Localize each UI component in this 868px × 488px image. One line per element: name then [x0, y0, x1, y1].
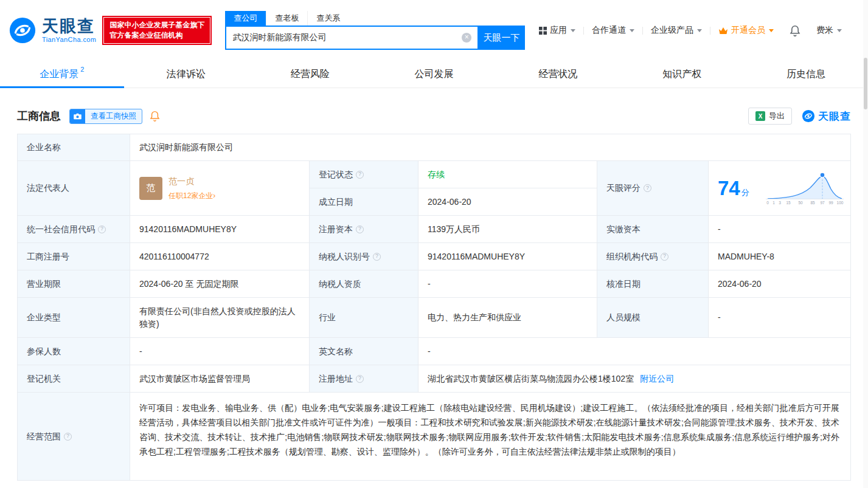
company-name-value: 武汉润时新能源有限公司 — [130, 134, 851, 161]
nav-enterprise-label: 企业级产品 — [651, 25, 693, 36]
reg-number-value: 420116110004772 — [130, 243, 310, 270]
english-name-value: - — [418, 338, 851, 365]
label-text: 纳税人资质 — [319, 278, 361, 290]
company-name-label: 企业名称 — [18, 134, 130, 161]
tab-label: 经营状况 — [538, 68, 577, 81]
label-text: 参保人数 — [27, 345, 61, 358]
tab-history-info[interactable]: 历史信息 — [744, 61, 868, 88]
help-icon[interactable]: ? — [373, 253, 381, 261]
export-button[interactable]: X 导出 — [748, 108, 792, 125]
help-icon[interactable]: ? — [356, 225, 364, 233]
tab-operating-risk[interactable]: 经营风险 — [248, 61, 372, 88]
notifications-bell[interactable] — [782, 25, 808, 36]
reg-address-label: 注册地址 ? — [310, 365, 418, 393]
logo-text: 天眼查 TianYanCha.com — [42, 18, 96, 43]
legal-rep-cell: 范 范一贞 任职12家企业› — [130, 161, 310, 216]
view-business-snapshot-button[interactable]: 查看工商快照 — [69, 109, 142, 124]
tab-intellectual-property[interactable]: 知识产权 — [620, 61, 744, 88]
label-text: 工商注册号 — [27, 250, 69, 263]
search-tab-boss[interactable]: 查老板 — [266, 11, 307, 26]
tab-label: 公司发展 — [415, 68, 454, 81]
nav-cooperation[interactable]: 合作通道 — [584, 25, 642, 36]
search-tab-bar: 查公司 查老板 查关系 — [225, 11, 525, 26]
legal-rep-name-link[interactable]: 范一贞 — [168, 175, 215, 188]
label-text: 组织机构代码 — [606, 250, 658, 263]
label-text: 行业 — [319, 311, 336, 324]
label-text: 注册地址 — [319, 373, 353, 385]
label-text: 登记状态 — [319, 168, 353, 181]
approval-date-label: 核准日期 — [597, 270, 709, 298]
chart-tick: 50 — [798, 201, 803, 205]
tab-count-badge: 2 — [80, 66, 84, 73]
crown-icon — [718, 27, 728, 35]
company-tab-bar: 企业背景 2 法律诉讼 经营风险 公司发展 经营状况 知识产权 历史信息 — [0, 61, 868, 88]
tianyancha-logo-icon — [802, 109, 815, 123]
tab-label: 法律诉讼 — [167, 68, 206, 81]
tab-legal-proceedings[interactable]: 法律诉讼 — [124, 61, 248, 88]
reg-capital-value: 1139万人民币 — [418, 216, 597, 243]
reg-capital-label: 注册资本 ? — [310, 216, 418, 243]
insured-count-label: 参保人数 — [18, 338, 130, 365]
help-icon[interactable]: ? — [64, 433, 72, 441]
business-info-table: 企业名称 武汉润时新能源有限公司 法定代表人 范 范一贞 任职12家企业› 登记… — [17, 134, 851, 481]
help-icon[interactable]: ? — [644, 184, 651, 192]
page-scrollbar[interactable] — [863, 0, 868, 488]
legal-rep-avatar[interactable]: 范 — [139, 177, 162, 200]
label-text: 英文名称 — [319, 345, 353, 358]
help-icon[interactable]: ? — [661, 253, 668, 261]
reg-status-value: 存续 — [418, 161, 597, 188]
scrollbar-thumb[interactable] — [864, 58, 867, 109]
business-term-label: 营业期限 — [18, 270, 130, 298]
tab-company-development[interactable]: 公司发展 — [372, 61, 496, 88]
search-input[interactable] — [225, 26, 477, 50]
tab-company-background[interactable]: 企业背景 2 — [0, 61, 124, 88]
label-text: 实缴资本 — [606, 223, 641, 236]
monitor-bell-button[interactable] — [150, 111, 160, 122]
org-code-label: 组织机构代码 ? — [597, 243, 709, 270]
chevron-down-icon — [769, 29, 774, 32]
reg-number-label: 工商注册号 — [18, 243, 130, 270]
help-icon[interactable]: ? — [98, 225, 106, 233]
nav-vip-label: 开通会员 — [731, 25, 765, 36]
search-tab-company[interactable]: 查公司 — [225, 11, 266, 26]
taxpayer-id-label: 纳税人识别号 ? — [310, 243, 418, 270]
score-distribution-chart: 0 1 3 15 50 85 97 99 100 — [764, 171, 845, 206]
label-text: 企业名称 — [27, 141, 61, 154]
taxpayer-id-value: 91420116MADMUHEY8Y — [418, 243, 597, 270]
tab-operating-status[interactable]: 经营状况 — [496, 61, 620, 88]
help-icon[interactable]: ? — [356, 171, 364, 179]
reg-address-value: 湖北省武汉市黄陂区横店街菜鸟物流园办公楼1楼102室 附近公司 — [418, 365, 851, 393]
gov-badge-line2: 官方备案企业征信机构 — [109, 30, 204, 41]
chart-tick: 1 — [773, 201, 775, 205]
top-nav: 应用 合作通道 企业级产品 开通会员 费米 — [531, 25, 850, 36]
label-text: 天眼评分 — [606, 182, 641, 194]
english-name-label: 英文名称 — [310, 338, 418, 365]
tab-label: 经营风险 — [291, 68, 330, 81]
nearby-companies-link[interactable]: 附近公司 — [640, 373, 674, 385]
camera-icon — [70, 109, 85, 123]
chart-tick: 99 — [828, 201, 833, 205]
watermark-brand-name: 天眼查 — [818, 109, 851, 123]
tianyancha-logo[interactable]: 天眼查 TianYanCha.com — [9, 16, 96, 44]
brand-domain: TianYanCha.com — [42, 36, 96, 43]
label-text: 人员规模 — [606, 311, 641, 324]
legal-rep-positions-link[interactable]: 任职12家企业› — [168, 190, 215, 201]
help-icon[interactable]: ? — [356, 375, 364, 383]
label-text: 统一社会信用代码 — [27, 223, 95, 236]
chart-tick: 100 — [837, 201, 844, 205]
company-type-value: 有限责任公司(非自然人投资或控股的法人独资) — [130, 298, 310, 338]
gov-certification-badge: 国家中小企业发展子基金旗下 官方备案企业征信机构 — [103, 17, 210, 44]
business-scope-label: 经营范围 ? — [18, 393, 130, 481]
nav-vip-upgrade[interactable]: 开通会员 — [710, 25, 782, 36]
watermark-brand: 天眼查 — [802, 109, 851, 123]
gov-badge-line1: 国家中小企业发展子基金旗下 — [109, 20, 204, 30]
user-menu[interactable]: 费米 — [808, 25, 850, 36]
search-button[interactable]: 天眼一下 — [477, 26, 525, 50]
nav-apps[interactable]: 应用 — [531, 25, 583, 36]
search-tab-relation[interactable]: 查关系 — [307, 11, 349, 26]
nav-enterprise-products[interactable]: 企业级产品 — [643, 25, 710, 36]
clear-icon[interactable]: × — [462, 33, 471, 43]
section-actions: X 导出 天眼查 — [748, 108, 851, 125]
chart-tick: 85 — [810, 201, 815, 205]
search-input-wrap: × — [225, 26, 477, 50]
